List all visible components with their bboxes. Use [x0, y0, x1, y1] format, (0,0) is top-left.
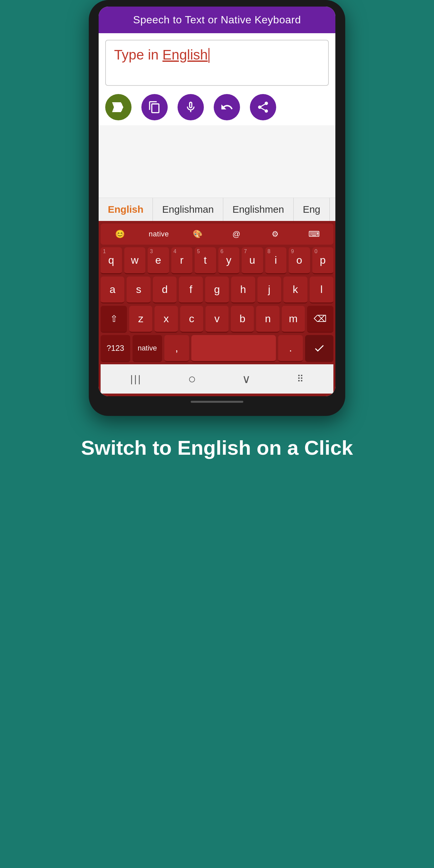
copy-button[interactable] [142, 94, 168, 120]
key-p[interactable]: 0p [312, 247, 334, 274]
key-r[interactable]: 4r [171, 247, 193, 274]
theme-btn[interactable]: 🎨 [178, 224, 217, 245]
app-header-title: Speech to Text or Native Keyboard [133, 14, 301, 26]
nav-back-btn[interactable]: ||| [130, 373, 142, 385]
suggestion-eng[interactable]: Eng [293, 198, 330, 221]
text-prefix: Type in [114, 47, 162, 62]
key-v[interactable]: v [206, 306, 228, 333]
done-icon [313, 342, 325, 354]
undo-icon [220, 101, 234, 114]
delete-button[interactable] [105, 94, 131, 120]
home-indicator [191, 401, 243, 403]
key-w[interactable]: w [124, 247, 146, 274]
share-icon [256, 101, 270, 114]
emoji-btn[interactable]: 😊 [101, 224, 140, 245]
keyboard-switch-btn[interactable]: ⌨ [294, 224, 333, 245]
key-m[interactable]: m [282, 306, 305, 333]
key-k[interactable]: k [283, 277, 307, 304]
key-backspace[interactable]: ⌫ [307, 306, 333, 333]
key-i[interactable]: 8i [265, 247, 287, 274]
text-input-content: Type in English [114, 47, 320, 63]
settings-btn[interactable]: ⚙ [256, 224, 294, 245]
key-space[interactable] [191, 335, 276, 362]
key-h[interactable]: h [231, 277, 255, 304]
key-f[interactable]: f [179, 277, 203, 304]
mic-icon [184, 101, 197, 114]
key-n[interactable]: n [256, 306, 279, 333]
key-q[interactable]: 1q [101, 247, 122, 274]
text-input-area[interactable]: Type in English [105, 40, 329, 86]
action-buttons [99, 89, 335, 125]
app-header: Speech to Text or Native Keyboard [99, 7, 335, 33]
bottom-text: Switch to English on a Click [55, 416, 379, 473]
keyboard: 😊 native 🎨 @ ⚙ ⌨ 1q w 3e 4r 5t 6y 7u 8i [99, 221, 335, 396]
suggestion-englishman[interactable]: Englishman [153, 198, 223, 221]
key-t[interactable]: 5t [195, 247, 216, 274]
nav-bar: ||| ○ ∨ ⠿ [101, 364, 333, 394]
key-x[interactable]: x [155, 306, 178, 333]
text-language: English [162, 47, 208, 62]
at-btn[interactable]: @ [217, 224, 256, 245]
key-num-switch[interactable]: ?123 [101, 335, 130, 362]
key-period[interactable]: . [278, 335, 303, 362]
key-y[interactable]: 6y [218, 247, 240, 274]
phone-screen: Speech to Text or Native Keyboard Type i… [99, 7, 335, 396]
spacer-area [99, 125, 335, 197]
key-row-4: ?123 native , . [101, 335, 333, 362]
delete-icon [112, 101, 125, 114]
key-c[interactable]: c [180, 306, 203, 333]
share-button[interactable] [250, 94, 276, 120]
phone-frame: Speech to Text or Native Keyboard Type i… [89, 0, 345, 416]
key-z[interactable]: z [129, 306, 152, 333]
key-b[interactable]: b [231, 306, 254, 333]
nav-home-btn[interactable]: ○ [188, 372, 196, 386]
key-native[interactable]: native [132, 335, 162, 362]
key-l[interactable]: l [310, 277, 333, 304]
suggestion-english[interactable]: English [99, 198, 153, 221]
key-row-1: 1q w 3e 4r 5t 6y 7u 8i 9o 0p [101, 247, 333, 274]
key-shift[interactable]: ⇧ [101, 306, 127, 333]
key-o[interactable]: 9o [289, 247, 310, 274]
key-e[interactable]: 3e [148, 247, 169, 274]
copy-icon [148, 101, 161, 114]
key-done[interactable] [305, 335, 333, 362]
native-toggle-btn[interactable]: native [140, 224, 178, 245]
suggestions-bar: English Englishman Englishmen Eng [99, 197, 335, 221]
mic-button[interactable] [178, 94, 204, 120]
keyboard-toolbar: 😊 native 🎨 @ ⚙ ⌨ [101, 224, 333, 245]
key-row-2: a s d f g h j k l [101, 277, 333, 304]
key-u[interactable]: 7u [242, 247, 263, 274]
undo-button[interactable] [214, 94, 240, 120]
key-row-3: ⇧ z x c v b n m ⌫ [101, 306, 333, 333]
text-cursor [209, 48, 210, 63]
key-g[interactable]: g [205, 277, 229, 304]
key-a[interactable]: a [101, 277, 124, 304]
suggestion-englishmen[interactable]: Englishmen [223, 198, 293, 221]
phone-container: Speech to Text or Native Keyboard Type i… [89, 0, 345, 416]
nav-grid-btn[interactable]: ⠿ [297, 373, 304, 384]
nav-recent-btn[interactable]: ∨ [242, 372, 251, 386]
key-s[interactable]: s [127, 277, 150, 304]
key-d[interactable]: d [153, 277, 177, 304]
key-comma[interactable]: , [164, 335, 189, 362]
key-j[interactable]: j [257, 277, 281, 304]
